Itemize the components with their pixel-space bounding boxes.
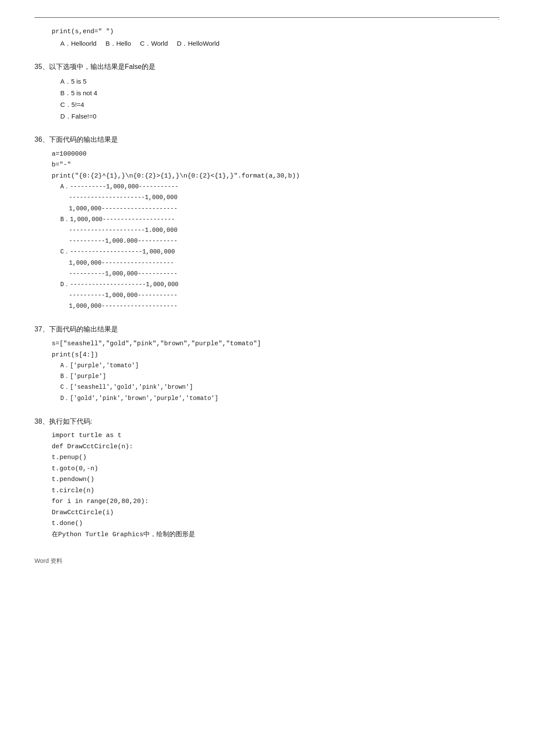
q36-option-b-line3: ----------1,000.000----------- (69, 236, 500, 247)
q37-option-a: A．['purple','tomato'] (60, 360, 500, 371)
q35-text: 、以下选项中，输出结果是False的是 (42, 63, 155, 70)
q37-code-2: print(s[4:]) (52, 350, 500, 361)
q38-code-9: t.done() (52, 518, 500, 529)
q36-title: 36、下面代码的输出结果是 (34, 134, 500, 145)
q36-option-b: B．1,000,000-------------------- (60, 214, 500, 225)
question-36: 36、下面代码的输出结果是 a=1000000 b="-" print("{0:… (34, 134, 500, 312)
q38-code-6: t.circle(n) (52, 485, 500, 497)
q35-option-b: B．5 is not 4 (60, 87, 500, 99)
code-line: print(s,end=" ") (52, 26, 500, 37)
q37-title: 37、下面代码的输出结果是 (34, 324, 500, 335)
q38-title: 38、执行如下代码: (34, 416, 500, 427)
page-container: . print(s,end=" ") A．Helloorld B．Hello C… (0, 0, 534, 578)
q37-option-c: C．['seashell','gold','pink','brown'] (60, 382, 500, 393)
q37-text: 、下面代码的输出结果是 (42, 325, 118, 333)
question-38: 38、执行如下代码: import turtle as t def DrawCc… (34, 416, 500, 540)
q36-code-2: b="-" (52, 159, 500, 171)
q36-code-1: a=1000000 (52, 149, 500, 160)
q38-code-2: def DrawCctCircle(n): (52, 441, 500, 453)
top-border: . (34, 17, 500, 18)
q36-option-b-line2: ---------------------1.000,000 (69, 225, 500, 236)
option-row-34: A．Helloorld B．Hello C．World D．HelloWorld (60, 37, 500, 49)
q38-text: 、执行如下代码: (42, 418, 92, 425)
q36-option-a-line3: 1,000,000--------------------- (69, 203, 500, 214)
q37-code-1: s=["seashell","gold","pink","brown","pur… (52, 338, 500, 350)
q36-option-d-line2: ----------1,000,000----------- (69, 290, 500, 301)
q35-option-a: A．5 is 5 (60, 75, 500, 87)
q34-continuation: print(s,end=" ") A．Helloorld B．Hello C．W… (34, 26, 500, 49)
q36-option-c-line3: ----------1,000,000----------- (69, 269, 500, 279)
footer-text: Word 资料 (34, 557, 62, 564)
q36-number: 36 (34, 136, 42, 143)
q36-option-c: C．--------------------1,000,000 (60, 247, 500, 257)
q36-option-c-line2: 1,000,000-------------------- (69, 258, 500, 269)
q36-text: 、下面代码的输出结果是 (42, 136, 118, 143)
q35-option-c: C．5!=4 (60, 99, 500, 110)
q38-code-3: t.penup() (52, 452, 500, 463)
q36-option-a: A．----------1,000,000----------- (60, 181, 500, 192)
q38-code-1: import turtle as t (52, 430, 500, 441)
q38-number: 38 (34, 418, 42, 425)
q38-code-5: t.pendown() (52, 474, 500, 485)
q38-code-4: t.goto(0,-n) (52, 463, 500, 475)
q38-code-8: DrawCctCircle(i) (52, 507, 500, 519)
q38-code-10: 在Python Turtle Graphics中，绘制的图形是 (52, 529, 500, 540)
q37-option-b: B．['purple'] (60, 371, 500, 382)
q35-title: 35、以下选项中，输出结果是False的是 (34, 61, 500, 72)
q37-option-d: D．['gold','pink','brown','purple','tomat… (60, 393, 500, 404)
q36-option-a-line2: ---------------------1,000,000 (69, 192, 500, 203)
question-37: 37、下面代码的输出结果是 s=["seashell","gold","pink… (34, 324, 500, 403)
q38-code-7: for i in range(20,80,20): (52, 496, 500, 507)
top-dot: . (498, 14, 500, 21)
q36-option-d: D．---------------------1,000,000 (60, 279, 500, 290)
q36-code-3: print("{0:{2}^{1},}\n{0:{2}>{1},}\n{0:{2… (52, 171, 500, 182)
q37-number: 37 (34, 325, 42, 333)
footer: Word 资料 (34, 557, 62, 565)
q36-option-d-line3: 1,000,000--------------------- (69, 301, 500, 312)
question-35: 35、以下选项中，输出结果是False的是 A．5 is 5 B．5 is no… (34, 61, 500, 122)
q35-option-d: D．False!=0 (60, 110, 500, 122)
q35-number: 35 (34, 63, 42, 70)
